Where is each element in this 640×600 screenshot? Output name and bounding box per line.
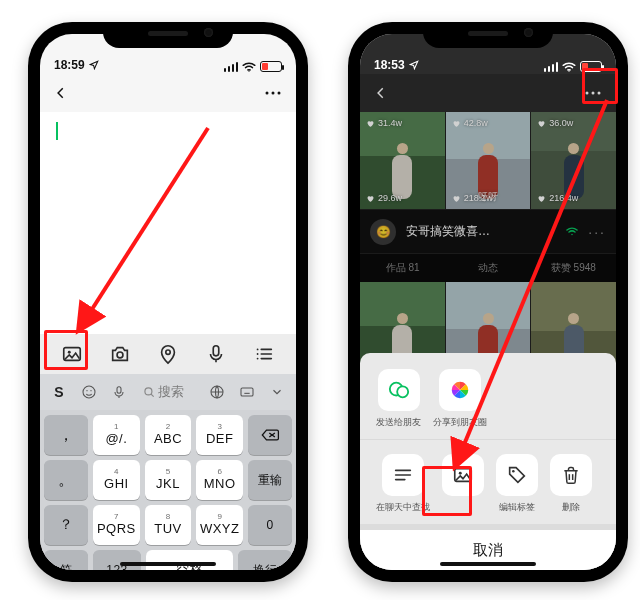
annotation-highlight-more-button — [582, 68, 618, 104]
key-5[interactable]: 5JKL — [145, 460, 192, 500]
key-8[interactable]: 8TUV — [145, 505, 192, 545]
keyboard-search-input[interactable]: 搜索 — [136, 379, 200, 405]
keyboard-accessory-bar: S 搜索 — [40, 374, 296, 410]
globe-icon[interactable] — [204, 379, 230, 405]
sheet-edit-tags[interactable]: 编辑标签 — [496, 454, 538, 514]
svg-rect-18 — [117, 387, 121, 394]
svg-point-2 — [272, 92, 275, 95]
cell-signal-icon — [544, 62, 559, 72]
compose-text-area[interactable] — [40, 112, 296, 334]
more-button[interactable] — [264, 90, 282, 96]
svg-rect-8 — [213, 346, 219, 356]
device-notch — [423, 22, 553, 48]
svg-point-10 — [257, 353, 259, 355]
sheet-send-friend[interactable]: 发送给朋友 — [376, 369, 421, 429]
keyboard-switch-icon[interactable] — [234, 379, 260, 405]
svg-point-3 — [278, 92, 281, 95]
microphone-icon[interactable] — [205, 343, 227, 365]
back-button[interactable] — [54, 86, 68, 100]
svg-point-17 — [90, 390, 91, 391]
svg-point-43 — [512, 470, 515, 473]
key-comma[interactable]: ， — [44, 415, 88, 455]
wifi-icon — [562, 61, 576, 72]
svg-point-7 — [166, 350, 170, 354]
svg-point-31 — [568, 71, 569, 72]
annotation-highlight-image-button — [44, 330, 88, 370]
svg-point-9 — [257, 349, 259, 351]
list-icon[interactable] — [253, 343, 275, 365]
key-6[interactable]: 6MNO — [196, 460, 243, 500]
camera-icon[interactable] — [109, 343, 131, 365]
svg-point-1 — [266, 92, 269, 95]
device-notch — [103, 22, 233, 48]
key-1[interactable]: 1@/. — [93, 415, 140, 455]
navbar — [40, 74, 296, 112]
wifi-icon — [242, 61, 256, 72]
key-0[interactable]: 0 — [248, 505, 292, 545]
trash-icon — [550, 454, 592, 496]
share-moments-icon — [439, 369, 481, 411]
home-indicator[interactable] — [120, 562, 216, 566]
battery-icon — [260, 61, 282, 72]
svg-point-16 — [86, 390, 87, 391]
svg-line-20 — [151, 394, 154, 397]
home-indicator[interactable] — [440, 562, 536, 566]
svg-point-6 — [117, 352, 123, 358]
key-question[interactable]: ？ — [44, 505, 88, 545]
svg-point-37 — [397, 386, 408, 397]
key-period[interactable]: 。 — [44, 460, 88, 500]
location-active-icon — [89, 60, 99, 70]
action-sheet: 发送给朋友 — [360, 353, 616, 570]
key-3[interactable]: 3DEF — [196, 415, 243, 455]
keyboard: ， 1@/. 2ABC 3DEF 。 4GHI 5JKL 6MNO 重输 ？ — [40, 410, 296, 570]
key-4[interactable]: 4GHI — [93, 460, 140, 500]
svg-rect-22 — [241, 388, 253, 396]
key-return[interactable]: 换行 — [238, 550, 292, 570]
key-9[interactable]: 9WXYZ — [196, 505, 243, 545]
svg-point-0 — [248, 71, 249, 72]
right-phone: 18:53 — [348, 22, 628, 582]
sheet-delete[interactable]: 删除 — [550, 454, 592, 514]
svg-point-15 — [83, 386, 95, 398]
status-time: 18:53 — [374, 58, 405, 72]
annotation-highlight-save-image — [422, 466, 472, 516]
voice-input-icon[interactable] — [106, 379, 132, 405]
key-symbols[interactable]: 符 — [44, 550, 88, 570]
tag-icon — [496, 454, 538, 496]
svg-point-19 — [145, 388, 152, 395]
key-retype[interactable]: 重输 — [248, 460, 292, 500]
key-space[interactable]: 空格 — [146, 550, 233, 570]
collapse-keyboard-icon[interactable] — [264, 379, 290, 405]
emoji-icon[interactable] — [76, 379, 102, 405]
location-icon[interactable] — [157, 343, 179, 365]
key-123[interactable]: 123 — [93, 550, 141, 570]
sheet-share-moments[interactable]: 分享到朋友圈 — [433, 369, 487, 429]
location-active-icon — [409, 60, 419, 70]
font-size-icon — [382, 454, 424, 496]
left-phone: 18:59 — [28, 22, 308, 582]
key-7[interactable]: 7PQRS — [93, 505, 140, 545]
text-cursor — [56, 122, 58, 140]
status-time: 18:59 — [54, 58, 85, 72]
cell-signal-icon — [224, 62, 239, 72]
sogou-logo[interactable]: S — [46, 379, 72, 405]
share-friend-icon — [378, 369, 420, 411]
svg-point-11 — [257, 358, 259, 360]
key-2[interactable]: 2ABC — [145, 415, 192, 455]
key-delete[interactable] — [248, 415, 292, 455]
